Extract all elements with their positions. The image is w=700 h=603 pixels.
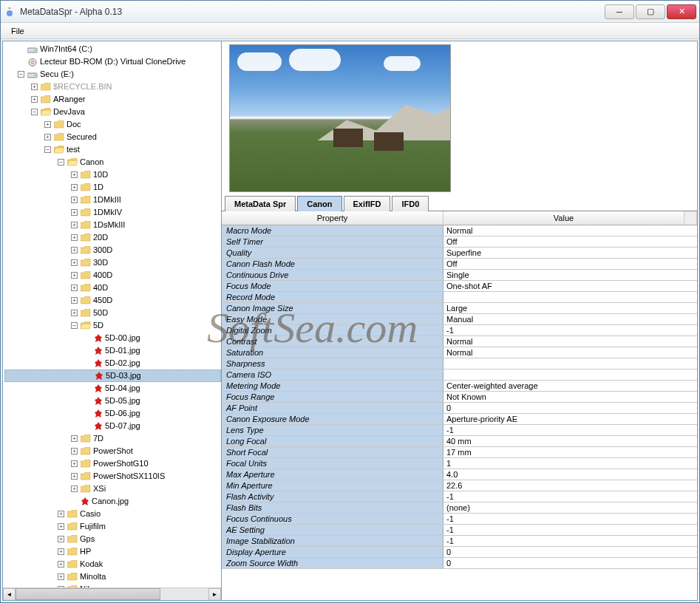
tree-node[interactable]: 5D-01.jpg — [4, 344, 221, 357]
table-row[interactable]: Flash Bits(none) — [222, 502, 697, 514]
tree-node[interactable]: +Minolta — [4, 570, 221, 583]
tree-node[interactable]: +400D — [4, 269, 221, 282]
table-row[interactable]: Metering ModeCenter-weighted average — [222, 381, 697, 392]
expand-icon[interactable]: + — [71, 448, 78, 454]
expand-icon[interactable]: + — [58, 536, 64, 542]
expand-icon[interactable]: + — [71, 222, 78, 228]
scroll-left-icon[interactable]: ◄ — [3, 588, 16, 600]
tree-node[interactable]: −Secu (E:) — [4, 68, 221, 81]
tree-node[interactable]: +Casio — [4, 508, 221, 520]
tree-node[interactable]: +PowerShot — [4, 445, 221, 457]
tree-node[interactable]: +Kodak — [4, 558, 221, 570]
tab-exififd[interactable]: ExifIFD — [344, 196, 391, 211]
table-row[interactable]: ContrastNormal — [222, 336, 697, 347]
expand-icon[interactable]: + — [58, 561, 64, 568]
tree-node[interactable]: +PowerShotSX110IS — [4, 470, 221, 483]
expand-icon[interactable]: + — [44, 134, 51, 140]
table-row[interactable]: Min Aperture22.6 — [222, 480, 697, 491]
tree-node[interactable]: Win7Int64 (C:) — [4, 43, 221, 55]
expand-icon[interactable]: + — [58, 511, 64, 517]
table-row[interactable]: SaturationNormal — [222, 347, 697, 358]
expand-icon[interactable]: + — [71, 184, 78, 191]
table-row[interactable]: Macro ModeNormal — [222, 225, 697, 236]
tree-node[interactable]: +1DMkIV — [4, 206, 221, 219]
tree-node[interactable]: 5D-04.jpg — [4, 382, 221, 395]
tree-node[interactable]: +1DMkIII — [4, 194, 221, 206]
expand-icon[interactable]: + — [71, 310, 78, 316]
table-row[interactable]: Sharpness — [222, 358, 697, 369]
table-row[interactable]: Focus ModeOne-shot AF — [222, 281, 697, 292]
tree-node[interactable]: +Doc — [4, 118, 221, 131]
tree-node[interactable]: −5D — [4, 319, 221, 332]
table-row[interactable]: AF Point0 — [222, 403, 697, 414]
tree-node[interactable]: 5D-06.jpg — [4, 407, 221, 420]
expand-icon[interactable]: + — [58, 523, 64, 530]
collapse-icon[interactable]: − — [18, 71, 24, 78]
tree-node[interactable]: +Secured — [4, 131, 221, 143]
expand-icon[interactable]: + — [71, 259, 78, 266]
tree-node[interactable]: +50D — [4, 307, 221, 319]
table-row[interactable]: Focus RangeNot Known — [222, 392, 697, 403]
table-row[interactable]: Lens Type-1 — [222, 425, 697, 436]
expand-icon[interactable]: + — [71, 460, 78, 467]
tree-node[interactable]: +300D — [4, 244, 221, 256]
table-row[interactable]: Continuous DriveSingle — [222, 270, 697, 281]
tab-canon[interactable]: Canon — [297, 196, 341, 211]
expand-icon[interactable]: + — [71, 247, 78, 253]
tree-node[interactable]: +Gps — [4, 533, 221, 545]
expand-icon[interactable]: + — [31, 96, 38, 103]
table-row[interactable]: Camera ISO — [222, 369, 697, 381]
tree-node[interactable]: +ARanger — [4, 93, 221, 106]
scroll-right-icon[interactable]: ► — [208, 588, 221, 600]
tree-node[interactable]: +HP — [4, 545, 221, 558]
table-row[interactable]: Display Aperture0 — [222, 547, 697, 558]
tree-node[interactable]: +PowerShotG10 — [4, 457, 221, 470]
tab-metadata-spr[interactable]: MetaData Spr — [225, 196, 296, 211]
table-row[interactable]: Max Aperture4.0 — [222, 469, 697, 480]
tree-node[interactable]: +10D — [4, 168, 221, 181]
col-value[interactable]: Value — [444, 211, 684, 225]
expand-icon[interactable]: + — [71, 171, 78, 178]
expand-icon[interactable]: + — [71, 435, 78, 442]
tree-node[interactable]: Canon.jpg — [4, 495, 221, 508]
menu-file[interactable]: File — [5, 25, 30, 37]
expand-icon[interactable]: + — [71, 234, 78, 241]
tree-node[interactable]: −test — [4, 143, 221, 156]
table-row[interactable]: Long Focal40 mm — [222, 436, 697, 447]
table-row[interactable]: Canon Flash ModeOff — [222, 259, 697, 270]
tree-hscrollbar[interactable]: ◄ ► — [3, 587, 221, 600]
expand-icon[interactable]: + — [71, 209, 78, 216]
expand-icon[interactable]: + — [71, 297, 78, 304]
minimize-button[interactable]: ─ — [605, 4, 634, 19]
tree-node[interactable]: −Canon — [4, 156, 221, 168]
table-row[interactable]: Canon Image SizeLarge — [222, 303, 697, 314]
table-row[interactable]: Easy ModeManual — [222, 314, 697, 325]
tree-node[interactable]: 5D-05.jpg — [4, 395, 221, 407]
expand-icon[interactable]: + — [58, 586, 64, 587]
expand-icon[interactable]: + — [71, 285, 78, 291]
table-row[interactable]: Image Stabilization-1 — [222, 536, 697, 547]
expand-icon[interactable]: + — [58, 573, 64, 580]
tree-node[interactable]: +1DsMkIII — [4, 219, 221, 231]
tree-node[interactable]: +20D — [4, 231, 221, 244]
tree-node[interactable]: +40D — [4, 282, 221, 294]
table-row[interactable]: Canon Exposure ModeAperture-priority AE — [222, 414, 697, 425]
col-property[interactable]: Property — [222, 211, 444, 225]
table-body[interactable]: Macro ModeNormalSelf TimerOffQualitySupe… — [222, 225, 697, 600]
expand-icon[interactable]: + — [44, 121, 51, 128]
expand-icon[interactable]: + — [31, 84, 38, 90]
expand-icon[interactable]: + — [71, 272, 78, 279]
expand-icon[interactable]: + — [71, 197, 78, 203]
table-row[interactable]: Self TimerOff — [222, 236, 697, 248]
table-row[interactable]: Digital Zoom-1 — [222, 325, 697, 336]
tree-node[interactable]: Lecteur BD-ROM (D:) Virtual CloneDrive — [4, 55, 221, 68]
expand-icon[interactable]: + — [71, 473, 78, 480]
table-row[interactable]: AE Setting-1 — [222, 525, 697, 536]
tree-node[interactable]: 5D-03.jpg — [4, 369, 221, 382]
table-row[interactable]: Focal Units1 — [222, 458, 697, 469]
table-row[interactable]: Zoom Source Width0 — [222, 558, 697, 569]
tree-node[interactable]: +1D — [4, 181, 221, 194]
tree-node[interactable]: −DevJava — [4, 106, 221, 118]
tree-node[interactable]: +Fujifilm — [4, 520, 221, 533]
tree-node[interactable]: 5D-00.jpg — [4, 332, 221, 344]
